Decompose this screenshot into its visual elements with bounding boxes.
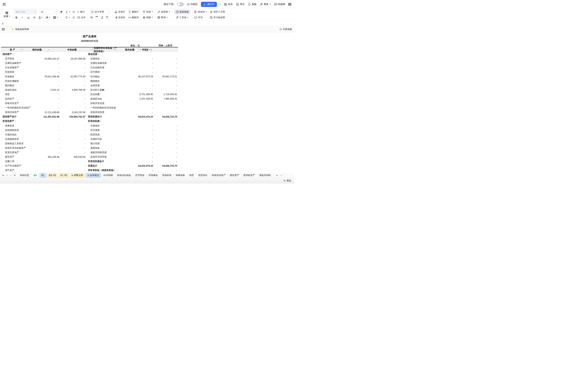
liability-label-cell[interactable]: 预计负债: [86, 142, 130, 145]
table-header-cell[interactable]: 负债和所有者权益（或股东权益）: [94, 47, 117, 52]
column-filter-button[interactable]: [91, 48, 93, 51]
liability-label-cell[interactable]: 其他流动负债: [86, 111, 130, 114]
protect-sheet-button[interactable]: 保护工作表: [210, 10, 225, 14]
asset-ending-balance-cell[interactable]: -: [37, 84, 60, 87]
liability-beginning-balance-cell[interactable]: 54,545,723.75: [153, 116, 178, 118]
sheet-tab[interactable]: 坏账准备: [174, 173, 187, 178]
column-filter-button[interactable]: [21, 48, 23, 51]
liability-label-cell[interactable]: 非流动负债合计: [86, 160, 130, 163]
liability-beginning-balance-cell[interactable]: -: [153, 107, 178, 109]
filter-button[interactable]: 筛选: [143, 10, 153, 14]
vertical-align-button[interactable]: [65, 10, 70, 13]
asset-ending-balance-cell[interactable]: 20,656,182.47: [37, 58, 60, 60]
liability-label-cell[interactable]: 应交税费: [86, 93, 130, 96]
borders-button[interactable]: [53, 16, 58, 19]
liability-label-cell[interactable]: 短期借款: [86, 57, 130, 60]
liability-ending-balance-cell[interactable]: -: [130, 156, 153, 158]
asset-beginning-balance-cell[interactable]: 5,043,220.08: [60, 111, 86, 114]
liability-beginning-balance-cell[interactable]: -: [153, 133, 178, 136]
sheet-tab[interactable]: PL-TB: [58, 173, 69, 178]
liability-label-cell[interactable]: 递延所得税负债: [86, 151, 130, 154]
sheet-tab[interactable]: 使用权资产: [241, 173, 257, 178]
liability-ending-balance-cell[interactable]: -: [130, 147, 153, 150]
liability-ending-balance-cell[interactable]: 54,010,470.24: [130, 165, 153, 167]
table-header-cell[interactable]: 资 产: [1, 47, 24, 52]
eraser-icon[interactable]: [60, 10, 63, 13]
liability-beginning-balance-cell[interactable]: -: [153, 71, 178, 74]
table-header-cell[interactable]: 年初余额: [142, 47, 151, 52]
asset-ending-balance-cell[interactable]: -: [37, 129, 60, 132]
liability-ending-balance-cell[interactable]: -: [130, 89, 153, 91]
asset-ending-balance-cell[interactable]: -: [37, 138, 60, 140]
asset-label-cell[interactable]: 生产性生物资产: [1, 164, 37, 167]
lock-subordinate-toggle[interactable]: 否: [177, 2, 184, 6]
asset-ending-balance-cell[interactable]: -: [37, 93, 60, 96]
asset-label-cell[interactable]: 应收票据: [1, 70, 37, 74]
ribbon-button[interactable]: 功能区: [187, 3, 198, 6]
liability-label-cell[interactable]: 长期借款: [86, 124, 130, 127]
liability-beginning-balance-cell[interactable]: -: [153, 160, 178, 163]
toolbox-button[interactable]: 工具箱: [176, 16, 188, 19]
asset-ending-balance-cell[interactable]: 78,621,396.48: [37, 75, 60, 78]
asset-beginning-balance-cell[interactable]: -: [60, 102, 86, 105]
liability-label-cell[interactable]: 应付账款: [86, 75, 130, 78]
asset-ending-balance-cell[interactable]: 383,195.46: [37, 156, 60, 158]
asset-beginning-balance-cell[interactable]: -: [60, 98, 86, 100]
asset-label-cell[interactable]: 长期应收款: [1, 133, 37, 136]
asset-beginning-balance-cell[interactable]: -: [60, 80, 86, 82]
liability-label-cell[interactable]: 其他应付款: [86, 97, 130, 100]
list-view-button[interactable]: 列表视图: [279, 28, 292, 31]
asset-ending-balance-cell[interactable]: -: [37, 80, 60, 82]
liability-ending-balance-cell[interactable]: 46,107,973.29: [130, 75, 153, 78]
bold-button[interactable]: B: [15, 16, 18, 19]
liability-ending-balance-cell[interactable]: -: [130, 66, 153, 69]
asset-label-cell[interactable]: 其他权益工具投资: [1, 142, 37, 145]
liability-beginning-balance-cell[interactable]: -: [153, 129, 178, 132]
sheet-tab[interactable]: 存货: [187, 173, 196, 178]
more-sheets-button[interactable]: ⋯: [279, 174, 283, 177]
liability-ending-balance-cell[interactable]: -: [130, 133, 153, 136]
asset-ending-balance-cell[interactable]: 2,624.14: [37, 89, 60, 91]
sheet-tab[interactable]: 调整分录: [70, 173, 85, 178]
liability-ending-balance-cell[interactable]: -: [130, 62, 153, 65]
liability-beginning-balance-cell[interactable]: -: [153, 151, 178, 154]
liability-ending-balance-cell[interactable]: -: [130, 138, 153, 140]
italic-button[interactable]: I: [21, 16, 24, 19]
liability-label-cell[interactable]: 应付债券: [86, 129, 130, 132]
table-header-cell[interactable]: 年初余额: [50, 47, 94, 52]
more-button[interactable]: 更多: [260, 3, 271, 6]
liability-ending-balance-cell[interactable]: -: [130, 80, 153, 82]
liability-label-cell[interactable]: 长期应付款: [86, 137, 130, 141]
indent-decrease-icon[interactable]: [72, 16, 75, 19]
asset-label-cell[interactable]: 存货: [1, 93, 37, 96]
asset-ending-balance-cell[interactable]: -: [37, 133, 60, 136]
column-filter-button[interactable]: [47, 48, 50, 51]
tab-nav-arrow[interactable]: ⇤: [1, 174, 5, 176]
asset-label-cell[interactable]: 持有待售资产: [1, 102, 37, 105]
asset-ending-balance-cell[interactable]: -: [37, 102, 60, 105]
asset-ending-balance-cell[interactable]: -: [37, 165, 60, 167]
column-filter-button[interactable]: [148, 48, 151, 51]
asset-ending-balance-cell[interactable]: -: [37, 107, 60, 109]
sheet-tab[interactable]: 递延所得税: [257, 173, 273, 178]
liability-beginning-balance-cell[interactable]: -: [153, 89, 178, 91]
asset-label-cell[interactable]: 合同资产: [1, 97, 37, 100]
tag-view-button[interactable]: 标签视图: [174, 9, 190, 14]
liability-ending-balance-cell[interactable]: -: [130, 71, 153, 74]
asset-label-cell[interactable]: 债券投资: [1, 124, 37, 127]
liability-ending-balance-cell[interactable]: 5,701,458.90: [130, 93, 153, 96]
asset-beginning-balance-cell[interactable]: -: [60, 93, 86, 96]
add-column-button[interactable]: 添加列: [114, 16, 125, 19]
asset-beginning-balance-cell[interactable]: -: [60, 62, 86, 65]
sheet-tab[interactable]: 应收账款: [147, 173, 160, 178]
strikethrough-button[interactable]: S: [33, 16, 36, 19]
asset-ending-balance-cell[interactable]: 111,491,641.98: [37, 116, 60, 118]
asset-beginning-balance-cell[interactable]: -: [60, 165, 86, 167]
liability-beginning-balance-cell[interactable]: -: [153, 66, 178, 69]
asset-ending-balance-cell[interactable]: -: [37, 151, 60, 154]
asset-label-cell[interactable]: 流动资产：: [1, 53, 37, 56]
sheet-tab[interactable]: BS-TB: [47, 173, 58, 178]
shortcut-keys-button[interactable]: 快捷键: [274, 3, 285, 6]
tab-nav-arrow[interactable]: ‹: [5, 174, 9, 176]
asset-beginning-balance-cell[interactable]: -: [60, 147, 86, 150]
